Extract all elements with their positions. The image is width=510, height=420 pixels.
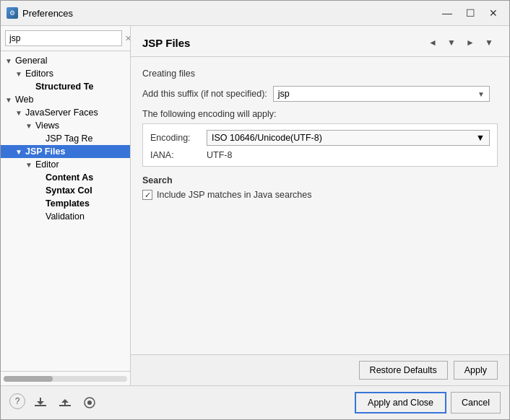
help-icon-button[interactable]: ? bbox=[9, 393, 25, 409]
main-content: ✕ ▼ General ▼ Editors Structured Te bbox=[1, 26, 509, 385]
tree-label: JavaServer Faces bbox=[25, 108, 98, 118]
tree-arrow: ▼ bbox=[15, 148, 25, 156]
tree-item-content-as[interactable]: Content As bbox=[1, 171, 130, 184]
suffix-select-arrow-icon: ▼ bbox=[477, 90, 485, 98]
encoding-value: ISO 10646/Unicode(UTF-8) bbox=[212, 133, 322, 143]
export-icon bbox=[59, 396, 72, 409]
tree-label: Editors bbox=[25, 69, 53, 79]
nav-back-button[interactable]: ◄ bbox=[424, 35, 441, 51]
svg-point-7 bbox=[87, 401, 92, 405]
creating-files-section-title: Creating files bbox=[142, 69, 498, 79]
search-section: Search Include JSP matches in Java searc… bbox=[142, 175, 498, 200]
tree-item-javaserver-faces[interactable]: ▼ JavaServer Faces bbox=[1, 106, 130, 119]
encoding-section: Encoding: ISO 10646/Unicode(UTF-8) ▼ IAN… bbox=[142, 123, 498, 167]
scroll-track bbox=[4, 376, 127, 382]
tree-arrow: ▼ bbox=[25, 161, 35, 169]
include-jsp-label: Include JSP matches in Java searches bbox=[157, 190, 311, 200]
close-button[interactable]: ✕ bbox=[483, 5, 503, 21]
tree-item-general[interactable]: ▼ General bbox=[1, 54, 130, 67]
tree-item-syntax-col[interactable]: Syntax Col bbox=[1, 184, 130, 197]
apply-button[interactable]: Apply bbox=[454, 361, 498, 380]
content-header: JSP Files ◄ ▼ ► ▼ bbox=[131, 26, 509, 57]
apply-and-close-button[interactable]: Apply and Close bbox=[355, 392, 446, 414]
import-icon bbox=[34, 396, 47, 409]
tree-item-validation[interactable]: Validation bbox=[1, 210, 130, 223]
tree-label: Views bbox=[35, 121, 59, 131]
tree-label: Validation bbox=[46, 211, 85, 222]
search-bar: ✕ bbox=[1, 26, 130, 51]
bottom-bar: ? bbox=[1, 385, 509, 419]
svg-marker-2 bbox=[37, 401, 44, 405]
encoding-row: Encoding: ISO 10646/Unicode(UTF-8) ▼ bbox=[150, 130, 490, 146]
svg-rect-0 bbox=[35, 405, 46, 406]
suffix-select[interactable]: jsp ▼ bbox=[273, 86, 490, 102]
encoding-label: Encoding: bbox=[150, 133, 201, 143]
settings-icon bbox=[83, 396, 96, 409]
suffix-value: jsp bbox=[278, 89, 290, 99]
sidebar: ✕ ▼ General ▼ Editors Structured Te bbox=[1, 26, 131, 385]
nav-back-dropdown-button[interactable]: ▼ bbox=[443, 35, 460, 51]
tree-label: General bbox=[15, 56, 47, 66]
sidebar-scrollbar[interactable] bbox=[1, 371, 130, 385]
iana-label: IANA: bbox=[150, 150, 201, 160]
encoding-dropdown[interactable]: ISO 10646/Unicode(UTF-8) ▼ bbox=[207, 130, 490, 146]
tree-arrow: ▼ bbox=[25, 122, 35, 130]
tree-label: Structured Te bbox=[35, 82, 93, 92]
tree-item-templates[interactable]: Templates bbox=[1, 197, 130, 210]
tree-arrow: ▼ bbox=[15, 109, 25, 117]
tree-label: Templates bbox=[46, 198, 90, 209]
nav-forward-dropdown-button[interactable]: ▼ bbox=[480, 35, 498, 51]
tree-item-jsp-files[interactable]: ▼ JSP Files bbox=[1, 145, 130, 158]
cancel-button[interactable]: Cancel bbox=[451, 392, 501, 414]
export-button[interactable] bbox=[56, 393, 74, 412]
scroll-thumb bbox=[4, 376, 53, 382]
encoding-dropdown-arrow-icon: ▼ bbox=[476, 133, 485, 143]
content-title: JSP Files bbox=[142, 37, 190, 49]
settings-icon-button[interactable] bbox=[80, 393, 99, 412]
tree-label: Web bbox=[15, 95, 33, 105]
tree-label: JSP Tag Re bbox=[46, 134, 93, 144]
content-footer: Restore Defaults Apply bbox=[131, 354, 509, 385]
minimize-button[interactable]: — bbox=[437, 5, 457, 21]
bottom-left-icons: ? bbox=[9, 393, 99, 412]
preferences-window: ⚙ Preferences — ☐ ✕ ✕ ▼ General bbox=[0, 0, 510, 420]
tree-label: JSP Files bbox=[25, 146, 65, 157]
tree-label: Syntax Col bbox=[46, 185, 92, 196]
tree-item-jsp-tag-re[interactable]: JSP Tag Re bbox=[1, 132, 130, 145]
title-bar-left: ⚙ Preferences bbox=[7, 7, 73, 19]
content-body: Creating files Add this suffix (if not s… bbox=[131, 57, 509, 354]
search-input[interactable] bbox=[5, 30, 122, 46]
tree: ▼ General ▼ Editors Structured Te ▼ Web bbox=[1, 51, 130, 371]
bottom-right-buttons: Apply and Close Cancel bbox=[355, 392, 501, 414]
iana-row: IANA: UTF-8 bbox=[150, 150, 490, 160]
tree-item-editor[interactable]: ▼ Editor bbox=[1, 158, 130, 171]
search-section-title: Search bbox=[142, 175, 498, 185]
encoding-section-label: The following encoding will apply: bbox=[142, 109, 498, 119]
tree-item-editors[interactable]: ▼ Editors bbox=[1, 67, 130, 80]
search-clear-icon[interactable]: ✕ bbox=[125, 34, 131, 43]
tree-label: Editor bbox=[35, 159, 59, 170]
tree-item-web[interactable]: ▼ Web bbox=[1, 93, 130, 106]
tree-label: Content As bbox=[46, 172, 93, 183]
title-controls: — ☐ ✕ bbox=[437, 5, 503, 21]
import-button[interactable] bbox=[31, 393, 50, 412]
iana-value: UTF-8 bbox=[207, 150, 232, 160]
svg-marker-5 bbox=[61, 399, 69, 403]
nav-forward-button[interactable]: ► bbox=[462, 35, 479, 51]
checkbox-row: Include JSP matches in Java searches bbox=[142, 190, 498, 200]
nav-icons: ◄ ▼ ► ▼ bbox=[424, 35, 498, 51]
tree-arrow: ▼ bbox=[15, 70, 25, 78]
title-bar: ⚙ Preferences — ☐ ✕ bbox=[1, 1, 509, 26]
include-jsp-checkbox[interactable] bbox=[142, 190, 152, 200]
tree-item-structured-te[interactable]: Structured Te bbox=[1, 80, 130, 93]
maximize-button[interactable]: ☐ bbox=[460, 5, 480, 21]
restore-defaults-button[interactable]: Restore Defaults bbox=[359, 361, 448, 380]
window-title: Preferences bbox=[22, 8, 73, 19]
content-area: JSP Files ◄ ▼ ► ▼ Creating files Add thi… bbox=[131, 26, 509, 385]
tree-arrow: ▼ bbox=[5, 96, 15, 104]
window-icon: ⚙ bbox=[7, 7, 18, 19]
suffix-row: Add this suffix (if not specified): jsp … bbox=[142, 86, 498, 102]
tree-arrow: ▼ bbox=[5, 57, 15, 65]
suffix-label: Add this suffix (if not specified): bbox=[142, 89, 267, 99]
tree-item-views[interactable]: ▼ Views bbox=[1, 119, 130, 132]
